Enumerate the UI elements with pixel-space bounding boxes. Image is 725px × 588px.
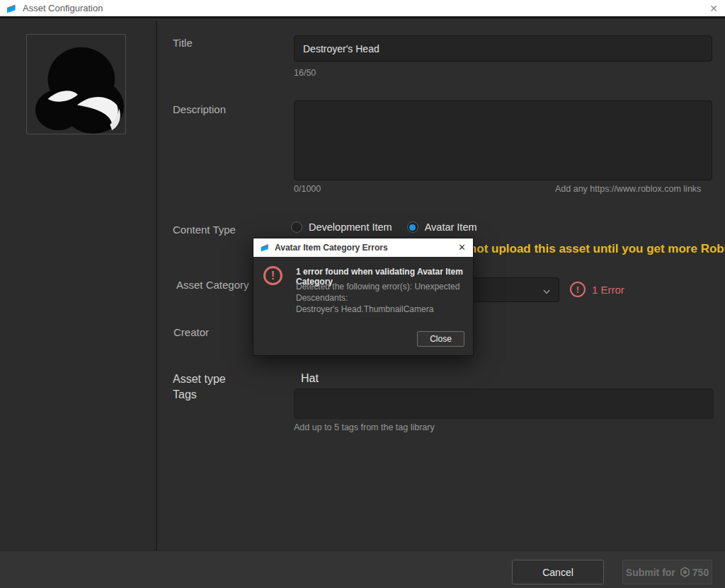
creator-label: Creator bbox=[173, 326, 209, 338]
dialog-title: Avatar Item Category Errors bbox=[275, 243, 388, 253]
tags-label: Tags bbox=[173, 388, 197, 401]
dialog-error-message: Detected the following error(s): Unexpec… bbox=[296, 281, 469, 316]
asset-mesh-image bbox=[27, 35, 125, 134]
radio-development-item[interactable] bbox=[291, 221, 302, 233]
asset-category-label: Asset Category bbox=[176, 279, 249, 291]
robux-icon bbox=[680, 567, 690, 577]
dialog-error-circle-icon: ! bbox=[263, 266, 282, 285]
asset-preview-thumbnail bbox=[26, 34, 126, 134]
content-type-radio-group: Development Item Avatar Item bbox=[291, 221, 486, 233]
dialog-close-icon[interactable]: ✕ bbox=[458, 242, 466, 253]
roblox-studio-icon bbox=[260, 243, 270, 253]
radio-development-item-label[interactable]: Development Item bbox=[309, 221, 392, 233]
description-char-counter: 0/1000 bbox=[294, 184, 321, 194]
tags-hint: Add up to 5 tags from the tag library bbox=[294, 422, 435, 432]
window-titlebar: Asset Configuration ✕ bbox=[0, 0, 725, 18]
title-label: Title bbox=[173, 37, 193, 49]
title-input[interactable] bbox=[294, 35, 712, 62]
submit-button[interactable]: Submit for 750 bbox=[622, 560, 712, 584]
avatar-item-category-errors-dialog: Avatar Item Category Errors ✕ ! 1 error … bbox=[253, 238, 474, 356]
asset-category-error-indicator: ! 1 Error bbox=[570, 282, 624, 297]
description-links-hint: Add any https://www.roblox.com links bbox=[555, 184, 701, 194]
window-close-icon[interactable]: ✕ bbox=[709, 3, 718, 14]
radio-avatar-item-label[interactable]: Avatar Item bbox=[425, 221, 477, 233]
asset-type-value: Hat bbox=[301, 372, 319, 385]
radio-selected-dot bbox=[409, 224, 416, 231]
window-title: Asset Configuration bbox=[23, 3, 103, 13]
description-input[interactable] bbox=[294, 100, 712, 180]
cancel-button[interactable]: Cancel bbox=[512, 560, 604, 584]
chevron-down-icon bbox=[542, 286, 551, 299]
dialog-titlebar: Avatar Item Category Errors ✕ bbox=[253, 238, 473, 257]
preview-panel bbox=[0, 21, 157, 550]
submit-amount: 750 bbox=[692, 567, 709, 578]
asset-type-label: Asset type bbox=[173, 373, 226, 386]
content-type-label: Content Type bbox=[173, 224, 236, 236]
radio-avatar-item[interactable] bbox=[407, 221, 418, 233]
submit-label: Submit for bbox=[626, 567, 675, 578]
roblox-studio-icon bbox=[6, 3, 17, 14]
dialog-close-button[interactable]: Close bbox=[417, 331, 464, 347]
tags-input[interactable] bbox=[294, 388, 714, 419]
title-char-counter: 16/50 bbox=[294, 68, 316, 78]
footer-bar: Cancel Submit for 750 bbox=[0, 550, 725, 588]
error-circle-icon: ! bbox=[570, 282, 586, 297]
description-label: Description bbox=[173, 103, 226, 115]
asset-configuration-window: Asset Configuration ✕ Title 16/50 Descri… bbox=[0, 0, 725, 588]
error-count-text: 1 Error bbox=[592, 284, 624, 296]
